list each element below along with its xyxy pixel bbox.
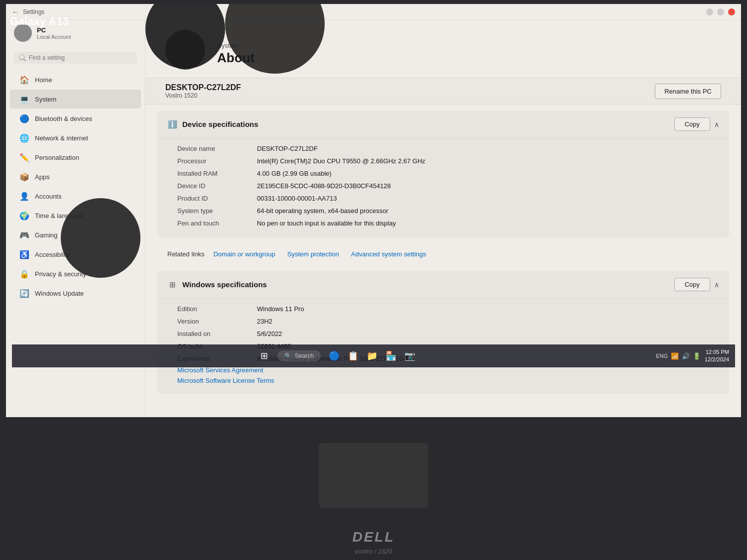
sidebar-item-label-apps: Apps [35, 173, 50, 181]
windows-icon: ⊞ [167, 280, 177, 290]
taskbar-right-area: ENG 📶 🔊 🔋 12:05 PM 12/2/2024 [656, 348, 729, 364]
taskbar-date-display: 12/2/2024 [705, 356, 729, 363]
privacy-icon: 🔒 [20, 269, 29, 278]
phone-model-label: Galaxy A13 [10, 15, 69, 28]
device-specs-collapse-icon[interactable]: ∧ [714, 120, 719, 128]
related-link-domain[interactable]: Domain or workgroup [210, 248, 278, 260]
taskbar-time-display: 12:05 PM [705, 348, 729, 356]
battery-icon[interactable]: 🔋 [693, 352, 701, 360]
laptop-bottom: DELL vostro / 1520 [0, 433, 747, 560]
section-title-row: ℹ️ Device specifications [167, 119, 258, 129]
spec-label: Installed RAM [177, 170, 257, 177]
spec-row-processor: Processor Intel(R) Core(TM)2 Duo CPU T95… [177, 155, 719, 167]
sidebar-item-label-personalization: Personalization [35, 154, 79, 161]
spec-value: 5/6/2022 [257, 330, 719, 337]
start-button[interactable]: ⊞ [257, 349, 271, 363]
spec-row-version: Version 23H2 [177, 315, 719, 328]
sidebar-item-home[interactable]: 🏠 Home [10, 70, 141, 89]
spec-value: 23H2 [257, 318, 719, 325]
window-controls [706, 8, 735, 15]
update-icon: 🔄 [20, 289, 29, 298]
taskbar-search-box[interactable]: 🔍 Search [277, 350, 321, 361]
spec-label: Edition [177, 305, 257, 313]
spec-label: Device name [177, 145, 257, 152]
taskbar-tray: ENG 📶 🔊 🔋 [656, 352, 701, 360]
spec-row-system-type: System type 64-bit operating system, x64… [177, 205, 719, 217]
spec-label: Processor [177, 157, 257, 165]
sidebar-item-personalization[interactable]: ✏️ Personalization [10, 148, 141, 167]
spec-label: Installed on [177, 330, 257, 337]
maximize-button[interactable] [717, 8, 724, 15]
minimize-button[interactable] [706, 8, 713, 15]
taskbar-cortana-icon[interactable]: 🔵 [327, 349, 341, 363]
taskbar-explorer-icon[interactable]: 📁 [365, 349, 379, 363]
device-specs-copy-button[interactable]: Copy [674, 117, 710, 131]
taskbar-lang: ENG [656, 353, 668, 359]
taskbar-start-area: ⊞ 🔍 Search 🔵 📋 📁 🏪 📷 [18, 349, 656, 363]
spec-label: Version [177, 318, 257, 325]
sidebar-item-label-gaming: Gaming [35, 231, 58, 239]
related-link-advanced-settings[interactable]: Advanced system settings [348, 248, 429, 260]
trackpad[interactable] [319, 443, 428, 508]
gaming-icon: 🎮 [20, 230, 29, 239]
sidebar-item-bluetooth[interactable]: 🔵 Bluetooth & devices [10, 109, 141, 128]
apps-icon: 📦 [20, 172, 29, 181]
sidebar-item-network[interactable]: 🌐 Network & internet [10, 128, 141, 147]
pc-info-bar: DESKTOP-C27L2DF Vostro 1520 Rename this … [145, 78, 741, 105]
home-icon: 🏠 [20, 75, 29, 84]
pc-model: Vostro 1520 [165, 92, 241, 99]
accessibility-icon: ♿ [20, 250, 29, 259]
screen: ← Settings PC Local Account [6, 4, 741, 417]
laptop-model-label: vostro / 1520 [355, 548, 392, 555]
search-icon [19, 54, 26, 61]
device-specs-section: ℹ️ Device specifications Copy ∧ Device n… [157, 111, 729, 237]
sidebar-item-accounts[interactable]: 👤 Accounts [10, 187, 141, 206]
search-box[interactable] [14, 52, 137, 64]
pc-name: DESKTOP-C27L2DF [165, 83, 241, 92]
related-links: Related links Domain or workgroup System… [157, 243, 729, 265]
spec-row-device-name: Device name DESKTOP-C27L2DF [177, 142, 719, 155]
system-icon: 💻 [20, 95, 29, 104]
spec-label: Device ID [177, 182, 257, 190]
spec-row-device-id: Device ID 2E195CE8-5CDC-4088-9D20-D3B0CF… [177, 180, 719, 192]
volume-icon[interactable]: 🔊 [682, 352, 690, 360]
title-bar-text: Settings [23, 8, 44, 15]
personalization-icon: ✏️ [20, 153, 29, 162]
spec-value: 00331-10000-00001-AA713 [257, 195, 719, 202]
sidebar-item-label-system: System [35, 96, 56, 103]
time-icon: 🌍 [20, 211, 29, 220]
ms-license-link[interactable]: Microsoft Software License Terms [177, 375, 719, 386]
windows-specs-copy-button[interactable]: Copy [674, 278, 710, 291]
spec-label: Pen and touch [177, 220, 257, 227]
spec-row-installed-on: Installed on 5/6/2022 [177, 328, 719, 340]
spec-value: No pen or touch input is available for t… [257, 220, 719, 227]
bluetooth-icon: 🔵 [20, 114, 29, 123]
sidebar-item-label-accounts: Accounts [35, 193, 61, 200]
taskbar-taskview-icon[interactable]: 📋 [346, 349, 360, 363]
related-link-system-protection[interactable]: System protection [284, 248, 342, 260]
sidebar-item-update[interactable]: 🔄 Windows Update [10, 284, 141, 303]
close-button[interactable] [728, 8, 735, 15]
sidebar-item-label-home: Home [35, 76, 52, 84]
windows-specs-collapse-icon[interactable]: ∧ [714, 281, 719, 289]
network-icon: 🌐 [20, 133, 29, 142]
sidebar-item-label-network: Network & internet [35, 134, 88, 142]
spec-value: DESKTOP-C27L2DF [257, 145, 719, 152]
sidebar-item-system[interactable]: 💻 System [10, 90, 141, 109]
sidebar-item-apps[interactable]: 📦 Apps [10, 167, 141, 186]
accounts-icon: 👤 [20, 192, 29, 201]
spec-value: 2E195CE8-5CDC-4088-9D20-D3B0CF454128 [257, 182, 719, 190]
rename-pc-button[interactable]: Rename this PC [655, 84, 721, 99]
taskbar-camera-icon[interactable]: 📷 [403, 349, 417, 363]
search-input[interactable] [29, 54, 132, 61]
spec-label: Product ID [177, 195, 257, 202]
spec-value: 4.00 GB (2.99 GB usable) [257, 170, 719, 177]
wifi-icon[interactable]: 📶 [671, 352, 679, 360]
taskbar-store-icon[interactable]: 🏪 [384, 349, 398, 363]
windows-specs-title: Windows specifications [182, 280, 267, 289]
win-section-title-row: ⊞ Windows specifications [167, 280, 267, 290]
sidebar-item-label-update: Windows Update [35, 290, 84, 297]
spec-value: 64-bit operating system, x64-based proce… [257, 207, 719, 215]
taskbar-clock[interactable]: 12:05 PM 12/2/2024 [705, 348, 729, 364]
taskbar: ⊞ 🔍 Search 🔵 📋 📁 🏪 📷 ENG 📶 🔊 🔋 [12, 344, 735, 367]
